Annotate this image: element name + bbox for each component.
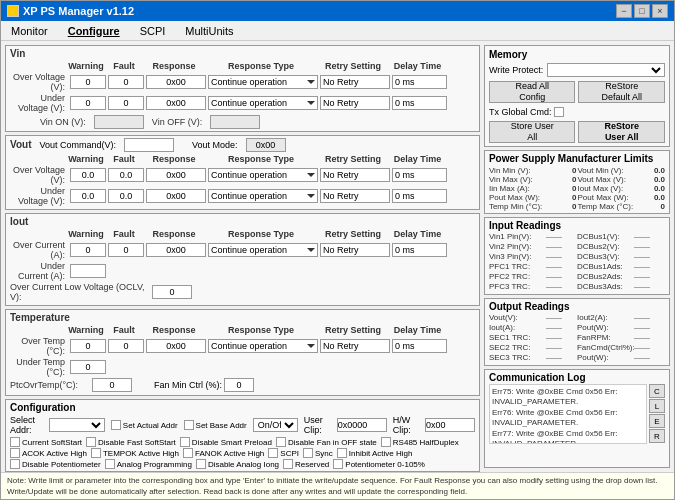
iout-over-response[interactable] [146, 243, 206, 257]
vin-under-delay[interactable]: 0 ms [392, 96, 447, 110]
vout-over-retry[interactable]: No Retry [320, 168, 390, 182]
hw-clip-input[interactable] [425, 418, 475, 432]
vin-under-fault[interactable] [108, 96, 144, 110]
vout-over-resp-type[interactable]: Continue operation [208, 168, 318, 182]
temp-over-retry[interactable]: No Retry [320, 339, 390, 353]
iout-over-warning[interactable] [70, 243, 106, 257]
vin-under-retry[interactable]: No Retry [320, 96, 390, 110]
temp-over-warning[interactable] [70, 339, 106, 353]
disable-pot-cb[interactable] [10, 459, 20, 469]
cb-tempok: TEMPOK Active High [91, 448, 179, 458]
disable-fan-off-cb[interactable] [276, 437, 286, 447]
vout-under-retry[interactable]: No Retry [320, 189, 390, 203]
set-actual-checkbox[interactable] [111, 420, 121, 430]
scpi-cb[interactable] [268, 448, 278, 458]
cb-current-softstart: Current SoftStart [10, 437, 82, 447]
vin-off-input[interactable] [210, 115, 260, 129]
cb-reserved: Reserved [283, 459, 329, 469]
reserved-cb[interactable] [283, 459, 293, 469]
ptc-input[interactable] [92, 378, 132, 392]
menu-multiunits[interactable]: MultiUnits [179, 24, 239, 38]
oclv-input[interactable] [152, 285, 192, 299]
disable-fast-softstart-cb[interactable] [86, 437, 96, 447]
err-button[interactable]: E [649, 414, 665, 428]
iout-over-delay[interactable]: 0 ms [392, 243, 447, 257]
set-base-checkbox[interactable] [184, 420, 194, 430]
menu-configure[interactable]: Configure [62, 24, 126, 38]
tx-global-checkbox[interactable] [554, 107, 564, 117]
vout-under-warning[interactable] [70, 189, 106, 203]
inhibit-cb[interactable] [337, 448, 347, 458]
iout-under-warning[interactable] [70, 264, 106, 278]
temp-over-resp-type[interactable]: Continue operation [208, 339, 318, 353]
maximize-button[interactable]: □ [634, 4, 650, 18]
read-all-config-button[interactable]: Read All Config [489, 81, 576, 103]
acok-cb[interactable] [10, 448, 20, 458]
temp-over-fault[interactable] [108, 339, 144, 353]
temp-over-delay[interactable]: 0 ms [392, 339, 447, 353]
fan-min-input[interactable] [224, 378, 254, 392]
rs485-halfduplex-cb[interactable] [381, 437, 391, 447]
tempok-cb[interactable] [91, 448, 101, 458]
vout-over-delay[interactable]: 0 ms [392, 168, 447, 182]
vout-over-warning[interactable] [70, 168, 106, 182]
vin-under-resp-type[interactable]: Continue operation [208, 96, 318, 110]
temp-under-warning[interactable] [70, 360, 106, 374]
log-button[interactable]: L [649, 399, 665, 413]
vin-over-fault[interactable] [108, 75, 144, 89]
bottom-note-text: Note: Write limit or parameter into the … [7, 476, 657, 496]
current-softstart-cb[interactable] [10, 437, 20, 447]
disable-analog-cb[interactable] [196, 459, 206, 469]
vout-under-delay[interactable]: 0 ms [392, 189, 447, 203]
set-base-checkbox-row: Set Base Addr [184, 420, 247, 430]
select-addr-select[interactable] [49, 418, 105, 432]
disable-smart-preload-cb[interactable] [180, 437, 190, 447]
vin-title: Vin [10, 48, 475, 59]
vin-over-response[interactable] [146, 75, 206, 89]
iout-over-resp-type[interactable]: Continue operation [208, 243, 318, 257]
menu-monitor[interactable]: Monitor [5, 24, 54, 38]
vout-under-resp-type[interactable]: Continue operation [208, 189, 318, 203]
vout-over-fault[interactable] [108, 168, 144, 182]
restore-default-all-button[interactable]: ReStore Default All [578, 81, 665, 103]
temp-col-warning: Warning [68, 325, 104, 335]
vout-over-response[interactable] [146, 168, 206, 182]
iout-over-retry[interactable]: No Retry [320, 243, 390, 257]
vout-col-retry: Retry Setting [318, 154, 388, 164]
user-clip-input[interactable] [337, 418, 387, 432]
write-protect-select[interactable] [547, 63, 665, 77]
clear-log-button[interactable]: C [649, 384, 665, 398]
close-button[interactable]: × [652, 4, 668, 18]
fanok-label: FANOK Active High [195, 449, 264, 458]
vout-under-response[interactable] [146, 189, 206, 203]
input-readings-left: Vin1 Pin(V):—— Vin2 Pin(V):—— Vin3 Pin(V… [489, 232, 577, 292]
analog-prog-cb[interactable] [105, 459, 115, 469]
vin-on-input[interactable] [94, 115, 144, 129]
vin-under-response[interactable] [146, 96, 206, 110]
current-softstart-label: Current SoftStart [22, 438, 82, 447]
vin-under-warning[interactable] [70, 96, 106, 110]
minimize-button[interactable]: − [616, 4, 632, 18]
vin-over-retry[interactable]: No Retry [320, 75, 390, 89]
vin-over-resp-type[interactable]: Continue operation [208, 75, 318, 89]
vout-under-fault[interactable] [108, 189, 144, 203]
menu-scpi[interactable]: SCPI [134, 24, 172, 38]
restore-user-all-button[interactable]: ReStore User All [578, 121, 665, 143]
temp-over-response[interactable] [146, 339, 206, 353]
r-button[interactable]: R [649, 429, 665, 443]
set-actual-label: Set Actual Addr [123, 421, 178, 430]
onoff-select[interactable]: On/Off [253, 418, 298, 432]
vin-over-delay[interactable]: 0 ms [392, 75, 447, 89]
cb-pot-105: Potentiometer 0-105% [333, 459, 425, 469]
vout-col-delay: Delay Time [390, 154, 445, 164]
vin-off-label: Vin OFF (V): [152, 117, 202, 127]
fanok-cb[interactable] [183, 448, 193, 458]
pot-105-cb[interactable] [333, 459, 343, 469]
vin-under-label: Under Voltage (V): [10, 93, 68, 113]
title-bar: ⚡ XP PS Manager v1.12 − □ × [1, 1, 674, 21]
sync-cb[interactable] [303, 448, 313, 458]
vin-over-warning[interactable] [70, 75, 106, 89]
store-user-all-button[interactable]: Store User All [489, 121, 576, 143]
vout-cmd-input[interactable] [124, 138, 174, 152]
iout-over-fault[interactable] [108, 243, 144, 257]
